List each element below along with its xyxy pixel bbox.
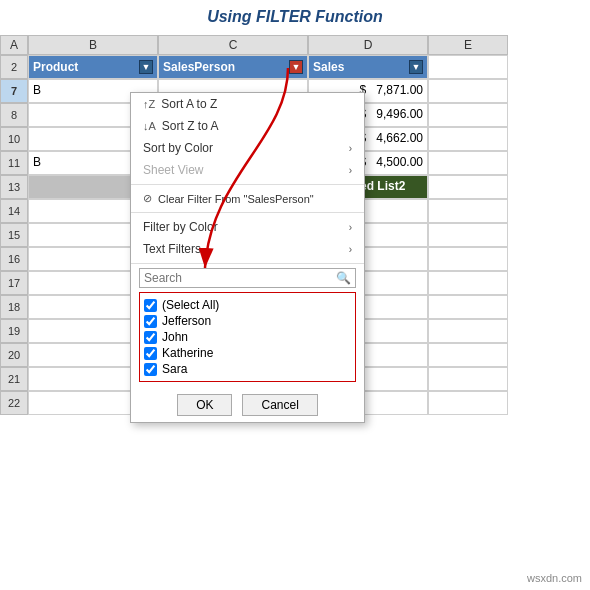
- sales-filter-btn[interactable]: ▼: [409, 60, 423, 74]
- row-num-14: 14: [0, 199, 28, 223]
- row-num-22: 22: [0, 391, 28, 415]
- cell-e14: [428, 199, 508, 223]
- cell-e18: [428, 295, 508, 319]
- clear-filter-item[interactable]: ⊘ Clear Filter From "SalesPerson": [131, 188, 364, 209]
- col-header-c: C: [158, 35, 308, 55]
- cell-e8: [428, 103, 508, 127]
- filter-by-color-item[interactable]: Filter by Color ›: [131, 216, 364, 238]
- sales-header: Sales ▼: [308, 55, 428, 79]
- product-filter-btn[interactable]: ▼: [139, 60, 153, 74]
- cell-e20: [428, 343, 508, 367]
- checkbox-select-all-label: (Select All): [162, 298, 219, 312]
- filter-by-color-label: Filter by Color: [143, 220, 218, 234]
- cell-e10: [428, 127, 508, 151]
- checkbox-john-label: John: [162, 330, 188, 344]
- checkbox-katherine-label: Katherine: [162, 346, 213, 360]
- row-num-19: 19: [0, 319, 28, 343]
- row-num-16: 16: [0, 247, 28, 271]
- column-headers: A B C D E: [28, 35, 590, 55]
- sheet-view-item[interactable]: Sheet View ›: [131, 159, 364, 181]
- cell-e19: [428, 319, 508, 343]
- sheet-view-arrow: ›: [349, 165, 352, 176]
- sort-by-color-item[interactable]: Sort by Color ›: [131, 137, 364, 159]
- filter-icon: ⊘: [143, 192, 152, 205]
- row-num-20: 20: [0, 343, 28, 367]
- row-num-11: 11: [0, 151, 28, 175]
- clear-filter-label: Clear Filter From "SalesPerson": [158, 193, 314, 205]
- separator-1: [131, 184, 364, 185]
- checkbox-sara-input[interactable]: [144, 363, 157, 376]
- row-num-21: 21: [0, 367, 28, 391]
- checkbox-select-all[interactable]: (Select All): [144, 297, 351, 313]
- sort-by-color-arrow: ›: [349, 143, 352, 154]
- sort-by-color-label: Sort by Color: [143, 141, 213, 155]
- checkbox-jefferson-label: Jefferson: [162, 314, 211, 328]
- checkbox-jefferson[interactable]: Jefferson: [144, 313, 351, 329]
- checkbox-john[interactable]: John: [144, 329, 351, 345]
- checkbox-katherine[interactable]: Katherine: [144, 345, 351, 361]
- checkbox-sara-label: Sara: [162, 362, 187, 376]
- ok-button[interactable]: OK: [177, 394, 232, 416]
- product-header: Product ▼: [28, 55, 158, 79]
- row-num-13: 13: [0, 175, 28, 199]
- col-header-d: D: [308, 35, 428, 55]
- checkbox-select-all-input[interactable]: [144, 299, 157, 312]
- filter-dropdown: ↑Z Sort A to Z ↓A Sort Z to A Sort by Co…: [130, 92, 365, 423]
- cell-e22: [428, 391, 508, 415]
- text-filters-arrow: ›: [349, 244, 352, 255]
- row-num-2: 2: [0, 55, 28, 79]
- cell-e16: [428, 247, 508, 271]
- sort-az-label: Sort A to Z: [161, 97, 217, 111]
- watermark: wsxdn.com: [527, 572, 582, 584]
- sheet-view-label: Sheet View: [143, 163, 204, 177]
- col-e-2: [428, 55, 508, 79]
- cell-e15: [428, 223, 508, 247]
- header-row: 2 Product ▼ SalesPerson ▼ Sales ▼: [0, 55, 590, 79]
- checkbox-john-input[interactable]: [144, 331, 157, 344]
- text-filters-label: Text Filters: [143, 242, 201, 256]
- sort-a-z-item[interactable]: ↑Z Sort A to Z: [131, 93, 364, 115]
- cell-e7: [428, 79, 508, 103]
- col-header-a: A: [0, 35, 28, 55]
- checkbox-sara[interactable]: Sara: [144, 361, 351, 377]
- search-box: 🔍: [139, 268, 356, 288]
- filter-by-color-arrow: ›: [349, 222, 352, 233]
- sort-az-icon: ↑Z: [143, 98, 155, 110]
- checkbox-katherine-input[interactable]: [144, 347, 157, 360]
- dialog-buttons: OK Cancel: [131, 386, 364, 422]
- search-icon: 🔍: [336, 271, 351, 285]
- checkbox-list: (Select All) Jefferson John Katherine Sa…: [139, 292, 356, 382]
- row-num-15: 15: [0, 223, 28, 247]
- cell-e21: [428, 367, 508, 391]
- col-header-e: E: [428, 35, 508, 55]
- row-num-7: 7: [0, 79, 28, 103]
- sort-za-label: Sort Z to A: [162, 119, 219, 133]
- sort-za-icon: ↓A: [143, 120, 156, 132]
- salesperson-header: SalesPerson ▼: [158, 55, 308, 79]
- text-filters-item[interactable]: Text Filters ›: [131, 238, 364, 260]
- separator-3: [131, 263, 364, 264]
- separator-2: [131, 212, 364, 213]
- row-num-17: 17: [0, 271, 28, 295]
- col-header-b: B: [28, 35, 158, 55]
- row-num-10: 10: [0, 127, 28, 151]
- spreadsheet: Using FILTER Function A B C D E 2 Produc…: [0, 0, 590, 590]
- cell-e11: [428, 151, 508, 175]
- search-input[interactable]: [144, 271, 336, 285]
- cancel-button[interactable]: Cancel: [242, 394, 317, 416]
- cell-e17: [428, 271, 508, 295]
- page-title: Using FILTER Function: [0, 0, 590, 30]
- row-num-18: 18: [0, 295, 28, 319]
- cell-e13: [428, 175, 508, 199]
- checkbox-jefferson-input[interactable]: [144, 315, 157, 328]
- sort-z-a-item[interactable]: ↓A Sort Z to A: [131, 115, 364, 137]
- salesperson-filter-btn[interactable]: ▼: [289, 60, 303, 74]
- row-num-8: 8: [0, 103, 28, 127]
